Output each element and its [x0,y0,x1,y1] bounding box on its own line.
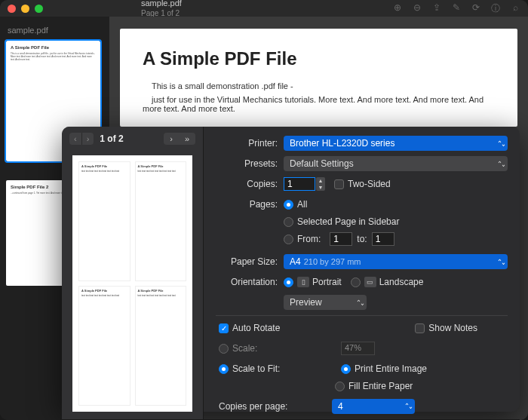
presets-select[interactable]: Default Settings [284,156,508,171]
preview-header: ‹ › 1 of 2 › » [62,127,203,151]
printer-label: Printer: [216,138,278,149]
pages-from-input[interactable] [330,232,352,246]
paper-size-select[interactable]: A4210 by 297 mm [284,254,508,269]
preview-copy: A Simple PDF Filetext text text text tex… [78,161,130,281]
preview-window: sample.pdf Page 1 of 2 ⊕ ⊖ ⇪ ✎ ⟳ ⓘ ⌕ sam… [0,0,528,420]
next-page-icon[interactable]: › [164,133,179,145]
print-options-pane: Printer: Brother HL-L2320D series Preset… [204,127,520,419]
doc-paragraph: just for use in the Virtual Mechanics tu… [143,95,495,113]
page-nav-segment: › » [164,133,195,145]
two-sided-label: Two-Sided [348,179,391,189]
minimize-window-icon[interactable] [21,5,29,13]
rotate-icon[interactable]: ⟳ [471,2,481,15]
divider [216,315,508,316]
titlebar: sample.pdf Page 1 of 2 ⊕ ⊖ ⇪ ✎ ⟳ ⓘ ⌕ [0,0,528,17]
search-icon[interactable]: ⌕ [510,2,520,15]
traffic-lights [8,5,43,13]
highlight-icon[interactable]: ✎ [451,2,462,15]
portrait-icon: ▯ [297,277,309,287]
share-icon[interactable]: ⇪ [431,2,442,15]
pages-label: Pages: [216,199,278,210]
last-page-icon[interactable]: » [179,133,195,145]
window-title-group: sample.pdf Page 1 of 2 [141,0,182,18]
markup-icon[interactable]: ⓘ [490,2,501,15]
pages-all-radio[interactable] [284,200,293,210]
print-entire-image-radio[interactable] [341,364,351,374]
printer-select[interactable]: Brother HL-L2320D series [284,136,508,151]
paper-size-label: Paper Size: [216,256,278,267]
orientation-landscape-radio[interactable] [351,277,361,287]
orientation-label: Orientation: [216,277,278,287]
fill-entire-paper-radio[interactable] [335,382,345,391]
document-page: A Simple PDF File This is a small demons… [120,29,517,127]
window-title: sample.pdf [141,0,182,9]
preview-copy: A Simple PDF Filetext text text text tex… [135,286,187,406]
doc-heading: A Simple PDF File [143,48,495,69]
scale-value: 47% [341,342,375,355]
preview-copy: A Simple PDF Filetext text text text tex… [135,161,187,281]
pages-to-label: to: [357,234,367,244]
zoom-in-icon[interactable]: ⊕ [392,2,403,15]
copies-input[interactable] [284,177,315,191]
sidebar-file-label: sample.pdf [8,26,102,35]
close-window-icon[interactable] [8,5,16,13]
preview-zoom-segment[interactable]: ‹ › [69,133,94,145]
scale-radio[interactable] [219,344,229,354]
copies-stepper[interactable]: ▲▼ [316,177,325,191]
landscape-icon: ▭ [364,277,376,287]
section-select[interactable]: Preview [284,295,367,310]
toolbar-icons: ⊕ ⊖ ⇪ ✎ ⟳ ⓘ ⌕ [392,2,520,15]
two-sided-checkbox[interactable] [334,179,344,189]
show-notes-checkbox[interactable] [415,323,425,333]
print-preview-sheet: A Simple PDF Filetext text text text tex… [72,155,192,412]
copies-per-page-label: Copies per page: [219,401,332,412]
copies-label: Copies: [216,179,278,189]
print-dialog: ‹ › 1 of 2 › » A Simple PDF Filetext tex… [62,127,520,412]
fullscreen-window-icon[interactable] [35,5,43,13]
pages-to-input[interactable] [372,232,394,246]
page-indicator: 1 of 2 [100,133,123,144]
pages-from-radio[interactable] [284,235,293,244]
doc-paragraph: This is a small demonstration .pdf file … [143,81,495,90]
scale-to-fit-radio[interactable] [219,364,229,374]
zoom-out-icon[interactable]: ⊖ [412,2,422,15]
zoom-in-icon[interactable]: › [82,133,94,145]
copies-per-page-select[interactable]: 4 [332,399,415,414]
pages-selected-radio[interactable] [284,217,293,227]
auto-rotate-checkbox[interactable] [219,323,229,333]
print-preview-pane: ‹ › 1 of 2 › » A Simple PDF Filetext tex… [62,127,204,419]
orientation-portrait-radio[interactable] [284,277,293,287]
zoom-out-icon[interactable]: ‹ [69,133,82,145]
dialog-body: ‹ › 1 of 2 › » A Simple PDF Filetext tex… [62,127,520,419]
presets-label: Presets: [216,158,278,169]
preview-copy: A Simple PDF Filetext text text text tex… [78,286,130,406]
